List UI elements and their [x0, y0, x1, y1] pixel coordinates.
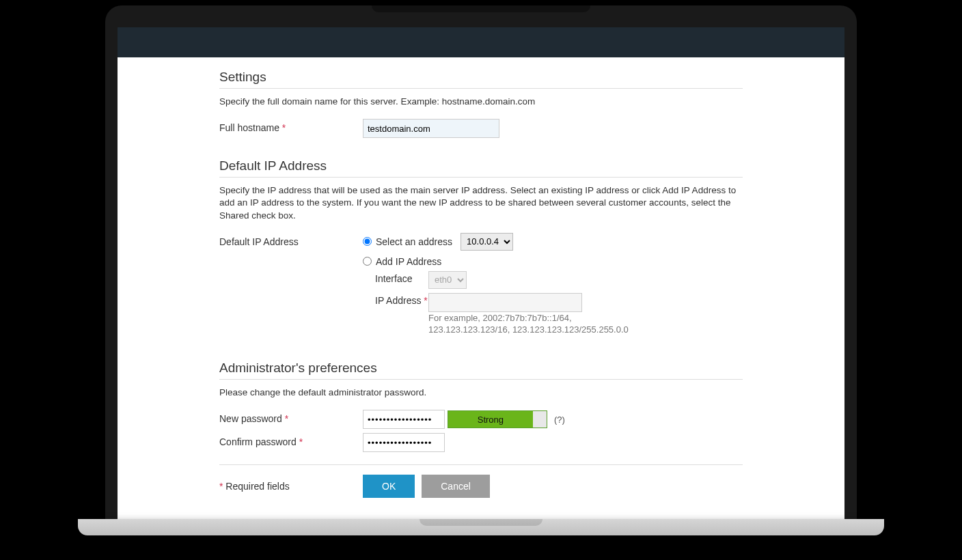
radio-select-address-label: Select an address [376, 236, 452, 247]
hostname-label: Full hostname * [219, 119, 363, 133]
ok-button[interactable]: OK [363, 475, 415, 498]
settings-description: Specify the full domain name for this se… [219, 96, 743, 108]
screen: Settings Specify the full domain name fo… [118, 27, 844, 519]
cancel-button[interactable]: Cancel [422, 475, 490, 498]
hostname-input[interactable] [363, 119, 499, 138]
password-help-icon[interactable]: (?) [554, 415, 565, 425]
password-strength-label: Strong [448, 411, 533, 428]
new-password-label: New password * [219, 410, 363, 424]
ip-address-label: IP Address * [375, 293, 428, 306]
page-content: Settings Specify the full domain name fo… [197, 57, 765, 505]
laptop-base [78, 519, 884, 535]
section-title-settings: Settings [219, 70, 743, 89]
admin-prefs-description: Please change the default administrator … [219, 387, 743, 399]
password-strength-meter: Strong [448, 410, 547, 428]
radio-add-ip-label: Add IP Address [376, 256, 441, 267]
app-header-bar [118, 27, 844, 57]
required-asterisk: * [285, 413, 288, 424]
new-password-input[interactable] [363, 410, 445, 429]
ip-address-hint: For example, 2002:7b7b:7b7b::1/64, 123.1… [428, 312, 647, 336]
default-ip-label: Default IP Address [219, 233, 363, 247]
required-asterisk: * [282, 122, 286, 133]
radio-add-ip[interactable] [363, 257, 372, 266]
laptop-notch [372, 5, 590, 12]
laptop-frame: Settings Specify the full domain name fo… [105, 5, 857, 535]
required-asterisk: * [424, 295, 427, 306]
required-asterisk: * [299, 436, 303, 447]
section-title-admin-prefs: Administrator's preferences [219, 361, 743, 380]
laptop-bezel: Settings Specify the full domain name fo… [105, 5, 857, 519]
confirm-password-input[interactable] [363, 433, 445, 452]
interface-label: Interface [375, 271, 428, 284]
default-ip-description: Specify the IP address that will be used… [219, 184, 743, 222]
radio-select-address[interactable] [363, 237, 372, 246]
ip-address-input [428, 293, 582, 312]
confirm-password-label: Confirm password * [219, 433, 363, 447]
section-title-default-ip: Default IP Address [219, 158, 743, 178]
interface-select: eth0 [428, 271, 467, 289]
ip-address-select[interactable]: 10.0.0.4 [461, 233, 513, 251]
required-fields-note: * Required fields [219, 481, 363, 492]
